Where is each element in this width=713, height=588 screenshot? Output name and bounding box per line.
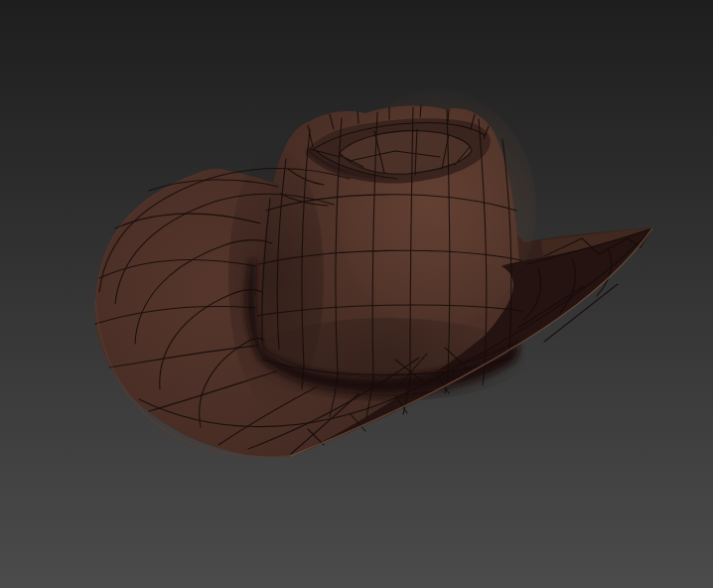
viewport-3d[interactable] [0,0,713,588]
render-canvas [0,0,713,588]
